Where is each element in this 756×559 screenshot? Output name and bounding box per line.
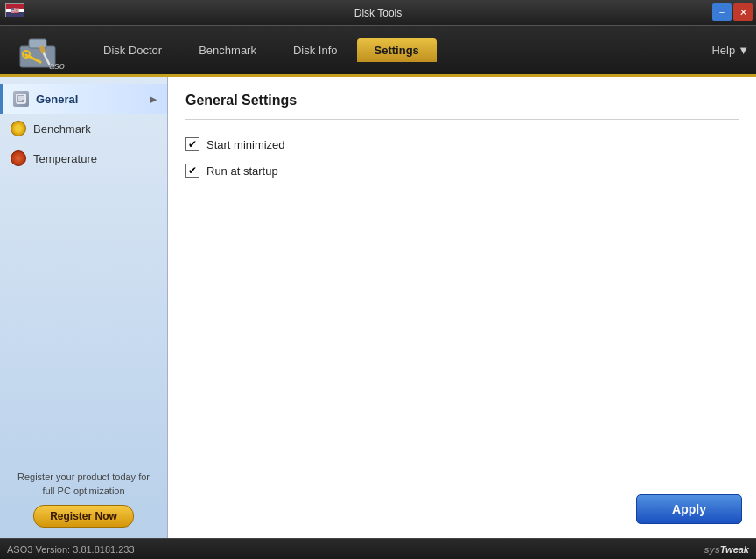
minimize-button[interactable]: − [712, 3, 732, 21]
nav-tabs: Disk Doctor Benchmark Disk Info Settings [86, 38, 437, 62]
sidebar-item-temperature-label: Temperature [33, 152, 97, 165]
brand-logo: sysTweak [704, 544, 749, 555]
sidebar: General ▶ Benchmark Temperature Register… [0, 77, 168, 538]
sidebar-item-general[interactable]: General ▶ [0, 84, 167, 114]
tab-disk-doctor[interactable]: Disk Doctor [86, 38, 179, 62]
start-minimized-row: ✔ Start minimized [186, 137, 738, 151]
start-minimized-checkbox[interactable]: ✔ [186, 137, 200, 151]
tab-disk-info[interactable]: Disk Info [276, 38, 355, 62]
run-at-startup-label: Run at startup [206, 164, 278, 178]
sidebar-item-benchmark-label: Benchmark [33, 122, 91, 136]
content-area: General Settings ✔ Start minimized ✔ Run… [168, 77, 756, 538]
main-area: General ▶ Benchmark Temperature Register… [0, 77, 756, 538]
svg-rect-1 [29, 39, 46, 48]
sidebar-item-benchmark[interactable]: Benchmark [0, 114, 167, 143]
register-text: Register your product today for full PC … [10, 471, 157, 498]
benchmark-icon [10, 121, 26, 136]
temperature-icon [10, 150, 26, 166]
close-button[interactable]: ✕ [733, 3, 752, 21]
apply-btn-area: Apply [636, 494, 742, 524]
start-minimized-label: Start minimized [206, 138, 285, 151]
toolbar: aso Disk Doctor Benchmark Disk Info Sett… [0, 26, 756, 77]
title-bar: 🇺🇸 Disk Tools − ✕ [0, 0, 756, 26]
version-text: ASO3 Version: 3.81.8181.233 [7, 544, 135, 555]
register-now-button[interactable]: Register Now [33, 505, 134, 528]
flag-icon: 🇺🇸 [5, 3, 24, 17]
logo-text: aso [49, 60, 65, 71]
run-at-startup-checkbox[interactable]: ✔ [186, 164, 200, 178]
title-divider [186, 119, 738, 120]
sidebar-item-temperature[interactable]: Temperature [0, 143, 167, 173]
tab-benchmark[interactable]: Benchmark [181, 38, 274, 62]
tab-settings[interactable]: Settings [357, 38, 437, 62]
apply-button[interactable]: Apply [636, 494, 742, 524]
sidebar-item-general-label: General [36, 93, 78, 106]
general-icon [13, 91, 29, 107]
window-controls: − ✕ [712, 3, 752, 21]
register-section: Register your product today for full PC … [0, 460, 167, 538]
window-title: Disk Tools [354, 7, 402, 19]
general-arrow: ▶ [150, 94, 157, 104]
help-button[interactable]: Help ▼ [711, 44, 749, 57]
status-bar: ASO3 Version: 3.81.8181.233 sysTweak [0, 538, 756, 559]
run-at-startup-row: ✔ Run at startup [186, 164, 738, 178]
app-logo: aso [7, 29, 68, 73]
page-title: General Settings [186, 93, 738, 108]
